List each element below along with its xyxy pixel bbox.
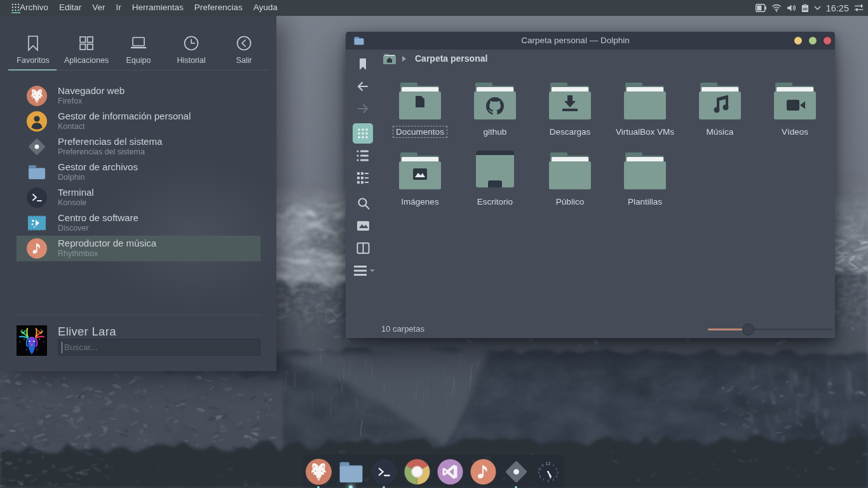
svg-text:11: 11 — [541, 464, 545, 467]
svg-text:10: 10 — [538, 468, 542, 471]
svg-text:12: 12 — [546, 461, 551, 466]
